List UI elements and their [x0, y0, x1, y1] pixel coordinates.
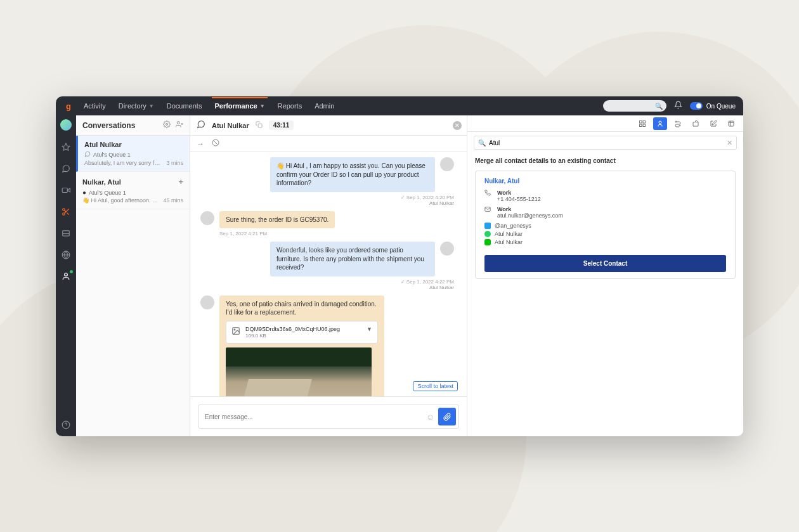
conversation-item-name: Atul Nulkar	[84, 141, 183, 148]
conversation-item-queue: ● Atul's Queue 1	[82, 189, 183, 196]
contact-card: Nulkar, Atul Work +1 404-555-1212	[475, 171, 736, 279]
nav-admin[interactable]: Admin	[315, 102, 334, 110]
chat-icon[interactable]	[61, 164, 71, 174]
right-panel-tabs	[467, 115, 743, 132]
nav-directory-label: Directory	[119, 102, 146, 110]
nav-performance[interactable]: Performance ▼	[214, 102, 264, 110]
help-icon[interactable]	[61, 420, 71, 430]
video-icon[interactable]	[61, 185, 71, 195]
on-queue-toggle[interactable]	[690, 102, 703, 110]
user-avatar[interactable]	[60, 119, 72, 131]
message-bubble-customer: Yes, one of patio chairs arrived in dama…	[219, 295, 384, 397]
contact-whatsapp-row: Atul Nulkar	[484, 231, 726, 237]
block-icon[interactable]	[212, 139, 219, 148]
svg-line-7	[65, 211, 66, 212]
brand-logo[interactable]: g	[63, 101, 74, 111]
whatsapp-icon	[84, 151, 91, 159]
contact-search-row: 🔍 ✕	[467, 132, 743, 153]
favorites-icon[interactable]	[61, 142, 71, 152]
message-bubble-agent: Wonderful, looks like you ordered some p…	[270, 242, 435, 276]
email-icon	[484, 206, 492, 214]
chat-input-box: ☺	[198, 405, 459, 429]
topbar: g Activity Directory ▼ Documents Perform…	[56, 96, 743, 115]
message-bubble-customer: Sure thing, the order ID is GC95370.	[219, 211, 335, 229]
agent-icon[interactable]	[61, 271, 71, 282]
select-contact-button[interactable]: Select Contact	[484, 255, 726, 272]
image-icon	[231, 327, 240, 339]
add-user-icon[interactable]	[176, 120, 183, 130]
notifications-icon[interactable]	[674, 101, 682, 111]
tab-journey-icon[interactable]	[671, 117, 685, 130]
svg-rect-24	[640, 120, 642, 123]
chat-input-area: ☺	[190, 396, 467, 436]
inbox-icon[interactable]	[61, 228, 71, 238]
caret-down-icon: ▼	[260, 103, 265, 109]
svg-line-6	[67, 212, 68, 214]
scissors-icon[interactable]	[61, 207, 71, 217]
tab-responses-icon[interactable]	[689, 117, 703, 130]
conversation-item-preview: Absolutely, I am very sorry for the ... …	[84, 160, 183, 166]
app-window: g Activity Directory ▼ Documents Perform…	[56, 96, 743, 436]
tab-schedule-icon[interactable]	[724, 117, 738, 130]
svg-marker-2	[67, 188, 70, 192]
nav-activity[interactable]: Activity	[84, 102, 106, 110]
contact-twitter-row: @an_genesys	[484, 223, 726, 229]
message-meta: ✓ Sep 1, 2022 4:20 PM Atul Nulkar	[200, 195, 454, 206]
chat-header: Atul Nulkar 43:11 ✕	[190, 115, 467, 136]
attach-button[interactable]	[438, 408, 456, 425]
scroll-to-latest-button[interactable]: Scroll to latest	[413, 381, 458, 391]
merge-label: Merge all contact details to an existing…	[467, 153, 743, 168]
svg-point-4	[63, 213, 65, 216]
on-queue-label: On Queue	[706, 103, 736, 110]
nav-performance-label: Performance	[214, 102, 257, 110]
avatar	[440, 242, 454, 256]
message-bubble-agent: 👋 Hi Atul , I am happy to assist you. Ca…	[270, 157, 435, 192]
message-input[interactable]	[205, 413, 426, 420]
tab-notes-icon[interactable]	[706, 117, 720, 130]
message-row: Sure thing, the order ID is GC95370.	[200, 211, 454, 229]
contact-email-row: Work atul.nulkar@genesys.com	[484, 206, 726, 219]
conversation-item-queue: Atul's Queue 1	[84, 151, 183, 159]
globe-icon[interactable]	[61, 250, 71, 260]
tab-profile-icon[interactable]	[635, 117, 649, 130]
search-icon: 🔍	[478, 139, 486, 146]
svg-rect-19	[258, 124, 262, 127]
nav-documents[interactable]: Documents	[167, 102, 202, 110]
line-icon	[484, 239, 491, 245]
svg-point-15	[166, 124, 168, 126]
conversation-item[interactable]: Nulkar, Atul + ● Atul's Queue 1 👋 Hi Atu…	[76, 172, 190, 209]
conversations-title: Conversations	[82, 121, 158, 130]
svg-point-3	[63, 209, 65, 211]
attachment-image[interactable]	[226, 347, 372, 396]
emoji-icon[interactable]: ☺	[426, 412, 434, 422]
clear-icon[interactable]: ✕	[727, 139, 732, 147]
message-meta: Sep 1, 2022 4:21 PM	[219, 231, 454, 237]
svg-rect-25	[643, 120, 646, 123]
contact-name-link[interactable]: Nulkar, Atul	[484, 178, 726, 185]
nav-directory[interactable]: Directory ▼	[119, 102, 154, 110]
twitter-icon	[484, 223, 491, 229]
conversations-panel: Conversations Atul Nulkar Atul's Queue 1	[76, 115, 190, 436]
close-button[interactable]: ✕	[453, 121, 462, 130]
contact-search-input[interactable]	[489, 139, 727, 146]
global-search[interactable]: 🔍	[603, 100, 666, 112]
messenger-icon: ●	[82, 189, 86, 196]
left-rail	[56, 115, 76, 436]
svg-point-16	[177, 122, 179, 124]
contact-phone-row: Work +1 404-555-1212	[484, 190, 726, 202]
svg-rect-26	[643, 124, 646, 127]
copy-icon[interactable]	[256, 121, 263, 129]
conversation-item-active[interactable]: Atul Nulkar Atul's Queue 1 Absolutely, I…	[76, 136, 190, 172]
tab-contact-icon[interactable]	[653, 117, 667, 130]
attachment-card[interactable]: DQM9SDrdts36s6_0MxCqHU06.jpeg 109.0 KB ▼	[226, 321, 378, 344]
whatsapp-icon	[484, 231, 491, 237]
chat-messages: 👋 Hi Atul , I am happy to assist you. Ca…	[190, 152, 467, 396]
plus-icon[interactable]: +	[178, 177, 183, 186]
chevron-down-icon[interactable]: ▼	[367, 325, 372, 333]
contact-line-row: Atul Nulkar	[484, 239, 726, 245]
transfer-icon[interactable]: →	[197, 139, 204, 148]
settings-icon[interactable]	[163, 120, 171, 130]
svg-rect-27	[640, 124, 642, 127]
nav-reports[interactable]: Reports	[278, 102, 302, 110]
conversation-item-name: Nulkar, Atul +	[82, 177, 183, 186]
